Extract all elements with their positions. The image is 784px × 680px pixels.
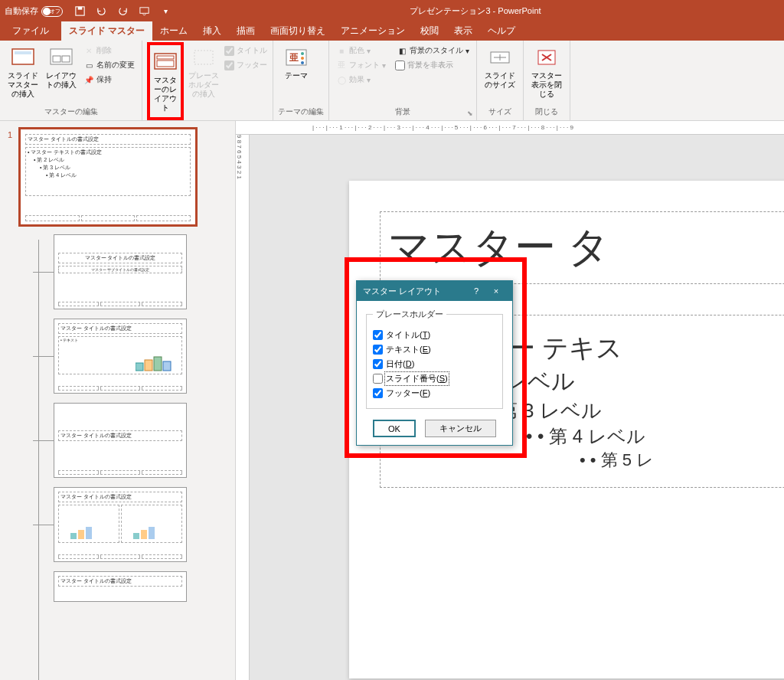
layout-thumbnail-2[interactable]: マスター タイトルの書式設定 • テキスト (54, 319, 187, 394)
layout-thumbnail-4[interactable]: マスター タイトルの書式設定 (54, 487, 187, 562)
hide-bg-checkbox[interactable]: 背景を非表示 (394, 59, 472, 71)
fonts-button: 亜フォント ▾ (334, 59, 388, 71)
preserve-button[interactable]: 📌保持 (81, 74, 137, 86)
tab-slide-master[interactable]: スライド マスター (61, 21, 152, 41)
autosave-label: 自動保存 (5, 5, 38, 17)
tab-help[interactable]: ヘルプ (480, 21, 523, 41)
tab-transitions[interactable]: 画面切り替え (263, 21, 333, 41)
insert-placeholder-button: プレースホルダーの挿入 (185, 42, 222, 102)
group-size: スライドのサイズ サイズ (477, 41, 524, 120)
delete-button: ✕削除 (81, 44, 137, 57)
placeholder-icon (191, 45, 216, 70)
effects-icon: ◯ (336, 74, 347, 85)
tab-insert[interactable]: 挿入 (195, 21, 229, 41)
insert-slide-master-button[interactable]: スライド マスターの挿入 (5, 42, 41, 102)
undo-icon[interactable] (95, 5, 107, 18)
layout-insert-icon (49, 45, 74, 70)
insert-layout-button[interactable]: レイアウトの挿入 (43, 42, 80, 93)
bg-styles-icon: ◧ (397, 45, 407, 56)
autosave-toggle[interactable]: 自動保存 オフ (5, 5, 63, 17)
horizontal-ruler[interactable]: | · · · | · · · 1 · · · | · · · 2 · · · … (236, 121, 784, 135)
slide-size-button[interactable]: スライドのサイズ (482, 42, 518, 93)
tab-review[interactable]: 校閲 (413, 21, 446, 41)
theme-icon: 亜 (284, 45, 309, 70)
vertical-ruler[interactable]: 9 8 7 6 5 4 3 2 1 (236, 135, 250, 680)
rename-button[interactable]: ▭名前の変更 (81, 59, 137, 71)
redo-icon[interactable] (116, 5, 129, 18)
dialog-titlebar[interactable]: マスター レイアウト ? × (357, 281, 512, 301)
svg-point-14 (301, 52, 304, 55)
checkbox-date[interactable]: 日付(D) (373, 358, 496, 370)
svg-rect-2 (139, 8, 148, 14)
titlebar: 自動保存 オフ ▾ プレゼンテーション3 - PowerPoint (0, 0, 784, 22)
svg-rect-21 (154, 357, 162, 371)
group-label-edit-master: マスターの編集 (5, 105, 137, 120)
master-thumbnail[interactable]: マスター タイトルの書式設定 • マスター テキストの書式設定 • 第 2 レベ… (18, 127, 198, 227)
svg-rect-22 (163, 361, 171, 371)
group-background: ■配色 ▾ 亜フォント ▾ ◯効果 ▾ ◧背景のスタイル ▾ 背景を非表示 背景… (329, 41, 477, 120)
svg-point-16 (301, 61, 304, 64)
group-label-background: 背景⬊ (334, 105, 472, 120)
group-edit-theme: 亜 テーマ テーマの編集 (273, 41, 329, 120)
slide-size-icon (488, 45, 512, 70)
fonts-icon: 亜 (336, 60, 347, 70)
master-number: 1 (8, 127, 18, 139)
tree-connector (38, 240, 39, 680)
slideshow-icon[interactable] (138, 5, 150, 18)
close-master-button[interactable]: マスター表示を閉じる (528, 42, 565, 102)
cancel-button[interactable]: キャンセル (425, 420, 496, 437)
quick-access-toolbar: ▾ (74, 5, 172, 18)
placeholder-legend: プレースホルダー (373, 309, 446, 320)
tab-view[interactable]: 表示 (446, 21, 480, 41)
toggle-switch-icon: オフ (41, 6, 63, 17)
bg-styles-button[interactable]: ◧背景のスタイル ▾ (394, 44, 472, 57)
group-label-close: 閉じる (528, 105, 565, 120)
tab-draw[interactable]: 描画 (229, 21, 263, 41)
checkbox-text[interactable]: テキスト(E) (373, 344, 496, 355)
slide-master-icon (11, 45, 35, 70)
group-label-theme: テーマの編集 (278, 105, 324, 120)
title-checkbox: タイトル (224, 44, 268, 57)
group-edit-master: スライド マスターの挿入 レイアウトの挿入 ✕削除 ▭名前の変更 📌保持 マスタ… (0, 41, 142, 120)
save-icon[interactable] (74, 5, 86, 18)
layout-thumbnail-1[interactable]: マスター タイトルの書式設定 マスター サブタイトルの書式設定 (54, 234, 187, 309)
svg-rect-11 (194, 51, 213, 64)
svg-rect-23 (70, 533, 77, 539)
layout-thumbnail-5[interactable]: マスター タイトルの書式設定 (54, 571, 187, 602)
tab-animations[interactable]: アニメーション (333, 21, 413, 41)
svg-rect-24 (78, 530, 84, 539)
dialog-close-button[interactable]: × (486, 286, 506, 296)
master-layout-icon (153, 50, 178, 74)
dialog-title: マスター レイアウト (363, 286, 441, 297)
tab-home[interactable]: ホーム (152, 21, 195, 41)
group-label-size: サイズ (482, 105, 518, 120)
svg-rect-19 (136, 363, 143, 371)
checkbox-footer[interactable]: フッター(F) (373, 387, 496, 399)
svg-rect-20 (145, 360, 152, 371)
tab-file[interactable]: ファイル (5, 21, 61, 41)
svg-point-15 (301, 57, 304, 60)
delete-icon: ✕ (83, 45, 94, 56)
preserve-icon: 📌 (83, 74, 94, 85)
checkbox-title[interactable]: タイトル(T) (373, 329, 496, 341)
svg-rect-27 (141, 530, 147, 539)
master-layout-dialog: マスター レイアウト ? × プレースホルダー タイトル(T) テキスト(E) … (356, 280, 513, 446)
thumbnail-panel[interactable]: 1 マスター タイトルの書式設定 • マスター テキストの書式設定 • 第 2 … (0, 121, 236, 680)
bg-launcher-icon[interactable]: ⬊ (467, 110, 473, 117)
group-master-layout: マスターのレイアウト プレースホルダーの挿入 タイトル フッター マスター レイ… (142, 41, 273, 120)
qat-dropdown-icon[interactable]: ▾ (159, 5, 172, 18)
theme-button[interactable]: 亜 テーマ (278, 42, 315, 83)
rename-icon: ▭ (83, 60, 94, 70)
checkbox-slide-number[interactable]: スライド番号(S) (373, 373, 496, 384)
svg-rect-25 (86, 527, 92, 539)
ribbon-tabs: ファイル スライド マスター ホーム 挿入 描画 画面切り替え アニメーション … (0, 22, 784, 41)
svg-rect-1 (77, 7, 82, 10)
ok-button[interactable]: OK (373, 420, 416, 437)
dialog-help-button[interactable]: ? (466, 286, 486, 296)
window-title: プレゼンテーション3 - PowerPoint (172, 5, 779, 17)
placeholder-fieldset: プレースホルダー タイトル(T) テキスト(E) 日付(D) スライド番号(S)… (366, 309, 503, 409)
master-layout-button[interactable]: マスターのレイアウト (147, 42, 184, 120)
colors-button: ■配色 ▾ (334, 44, 388, 57)
colors-icon: ■ (336, 45, 347, 56)
layout-thumbnail-3[interactable]: マスター タイトルの書式設定 (54, 403, 187, 478)
